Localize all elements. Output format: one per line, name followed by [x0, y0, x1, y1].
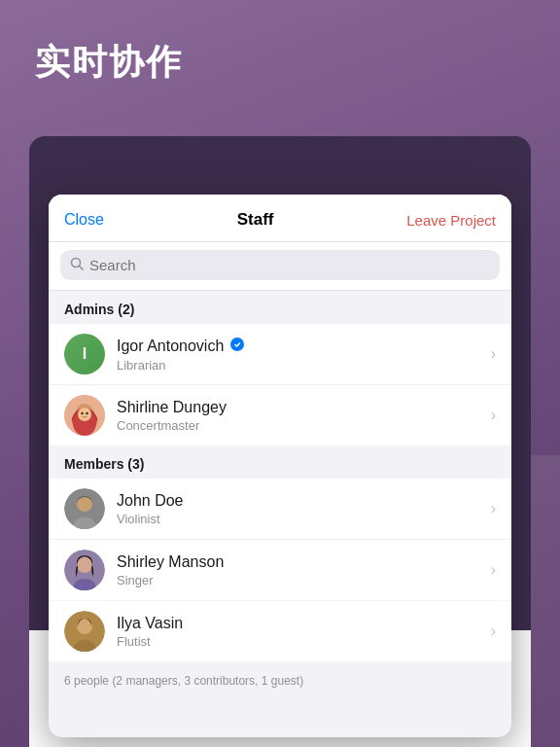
item-name-row: John Doe — [117, 492, 491, 510]
member-name: Shirline Dungey — [117, 399, 227, 416]
search-input-wrapper[interactable] — [60, 250, 500, 280]
chevron-right-icon: › — [491, 407, 496, 424]
avatar — [64, 611, 105, 652]
svg-point-11 — [77, 557, 92, 573]
list-item[interactable]: John Doe Violinist › — [49, 479, 511, 540]
close-button[interactable]: Close — [64, 211, 104, 229]
item-name-row: Igor Antonovich — [117, 337, 491, 356]
members-list: John Doe Violinist › — [49, 479, 511, 661]
item-info: Shirline Dungey Concertmaster — [117, 399, 491, 433]
member-role: Concertmaster — [117, 418, 491, 433]
avatar-letter: I — [83, 345, 87, 363]
svg-point-5 — [78, 408, 91, 421]
list-item[interactable]: I Igor Antonovich Librarian › — [49, 324, 511, 385]
footer-text: 6 people (2 managers, 3 contributors, 1 … — [64, 674, 303, 688]
member-name: Igor Antonovich — [117, 338, 224, 355]
staff-modal: Close Staff Leave Project Admins (2) — [49, 195, 511, 737]
list-item[interactable]: Shirline Dungey Concertmaster › — [49, 385, 511, 445]
search-input[interactable] — [89, 257, 490, 273]
page-title-area: 实时协作 — [35, 39, 183, 87]
members-section-header: Members (3) — [49, 445, 511, 479]
members-label: Members (3) — [64, 456, 144, 472]
member-role: Flutist — [117, 634, 491, 649]
member-role: Librarian — [117, 358, 491, 373]
chevron-right-icon: › — [491, 561, 496, 579]
page-title: 实时协作 — [35, 39, 183, 87]
chevron-right-icon: › — [491, 345, 496, 363]
item-name-row: Ilya Vasin — [117, 615, 491, 632]
list-item[interactable]: Shirley Manson Singer › — [49, 540, 511, 601]
item-info: Igor Antonovich Librarian — [117, 337, 491, 373]
modal-header: Close Staff Leave Project — [49, 195, 511, 242]
admins-label: Admins (2) — [64, 302, 134, 317]
modal-footer: 6 people (2 managers, 3 contributors, 1 … — [49, 661, 511, 698]
admins-section-header: Admins (2) — [49, 291, 511, 324]
item-info: Ilya Vasin Flutist — [117, 615, 491, 649]
item-name-row: Shirline Dungey — [117, 399, 491, 416]
search-icon — [70, 257, 84, 273]
svg-point-7 — [86, 412, 88, 414]
admins-list: I Igor Antonovich Librarian › — [49, 324, 511, 445]
chevron-right-icon: › — [491, 500, 496, 517]
avatar: I — [64, 334, 105, 374]
modal-title: Staff — [237, 210, 274, 230]
search-bar — [49, 242, 511, 291]
admin-icon — [229, 337, 245, 356]
member-name: John Doe — [117, 492, 184, 510]
item-name-row: Shirley Manson — [117, 553, 491, 571]
avatar — [64, 550, 105, 590]
list-item[interactable]: Ilya Vasin Flutist › — [49, 601, 511, 661]
item-info: John Doe Violinist — [117, 492, 491, 526]
avatar — [64, 488, 105, 529]
chevron-right-icon: › — [491, 622, 496, 640]
svg-point-6 — [81, 412, 83, 414]
member-role: Violinist — [117, 512, 491, 526]
leave-project-button[interactable]: Leave Project — [406, 212, 496, 229]
avatar — [64, 395, 105, 436]
item-info: Shirley Manson Singer — [117, 553, 491, 587]
member-role: Singer — [117, 573, 491, 587]
member-name: Ilya Vasin — [117, 615, 183, 632]
member-name: Shirley Manson — [117, 553, 224, 571]
svg-point-2 — [230, 338, 244, 351]
device-frame: 𝅘𝅥𝅮 𝅘𝅥𝅮 𝅗𝅥 𝅘𝅥𝅮 𝅘𝅥𝅮 mf 𝅘𝅥𝅮 𝅘𝅥𝅮 Close Staf… — [29, 136, 531, 747]
svg-line-1 — [80, 267, 84, 270]
